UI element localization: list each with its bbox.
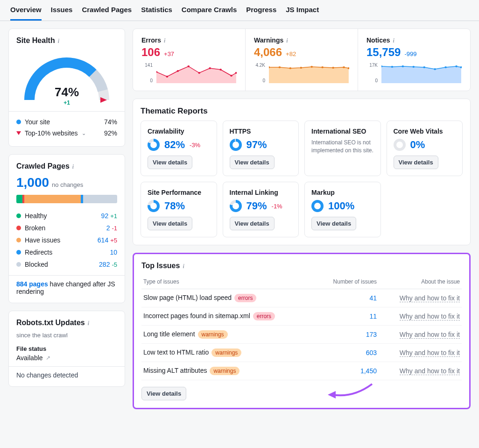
metric-value: 15,759: [366, 46, 401, 59]
stack-segment: [24, 195, 81, 203]
view-details-button[interactable]: View details: [148, 156, 192, 169]
svg-point-16: [310, 66, 313, 68]
tab-js-impact[interactable]: JS Impact: [286, 6, 319, 21]
fix-link[interactable]: Why and how to fix it: [400, 294, 460, 302]
legend-label: Top-10% websites: [25, 129, 78, 137]
robots-subtitle: since the last crawl: [16, 332, 117, 339]
fix-link[interactable]: Why and how to fix it: [400, 349, 460, 357]
tab-issues[interactable]: Issues: [51, 6, 73, 21]
view-details-button[interactable]: View details: [141, 387, 186, 400]
metric-warnings[interactable]: Warningsi 4,066+82 4.2K0: [246, 29, 358, 91]
donut-icon: [394, 139, 406, 151]
svg-point-18: [332, 67, 334, 69]
svg-point-14: [289, 67, 292, 69]
issue-name: Missing ALT attributes: [143, 367, 207, 374]
info-icon[interactable]: i: [72, 164, 78, 169]
issue-badge: errors: [234, 294, 256, 302]
svg-point-13: [279, 66, 281, 68]
crawl-label: Blocked: [25, 261, 48, 268]
svg-marker-31: [328, 391, 336, 398]
issue-name: Incorrect pages found in sitemap.xml: [143, 312, 250, 320]
thematic-title: Thematic Reports: [141, 107, 463, 116]
view-details-button[interactable]: View details: [394, 156, 438, 169]
issue-name: Long title element: [143, 330, 195, 338]
crawl-delta: +1: [110, 213, 117, 220]
external-link-icon[interactable]: ↗: [46, 355, 50, 361]
status-dot-icon: [16, 213, 21, 218]
js-rendering-link[interactable]: 884 pages: [16, 280, 48, 288]
tab-overview[interactable]: Overview: [10, 6, 42, 21]
thematic-reports-card: Thematic Reports Crawlability82%-3%View …: [133, 99, 471, 245]
info-icon[interactable]: i: [88, 320, 93, 326]
crawl-count: 92: [93, 212, 108, 220]
axis-bot: 0: [141, 78, 153, 83]
crawl-label: Have issues: [25, 236, 60, 244]
robots-title: Robots.txt Updates: [16, 319, 85, 327]
metric-title: Warnings: [254, 36, 283, 44]
view-details-button[interactable]: View details: [230, 156, 275, 169]
fix-link[interactable]: Why and how to fix it: [400, 313, 460, 320]
tab-statistics[interactable]: Statistics: [141, 6, 172, 21]
info-icon[interactable]: i: [164, 37, 169, 43]
axis-top: 4.2K: [254, 63, 265, 68]
info-icon[interactable]: i: [58, 38, 63, 43]
thematic-card: Crawlability82%-3%View details: [141, 121, 217, 176]
view-details-button[interactable]: View details: [148, 217, 192, 230]
status-dot-icon: [16, 226, 21, 230]
issue-row[interactable]: Long title elementwarnings173Why and how…: [141, 326, 462, 344]
crawl-row[interactable]: Broken2-1: [16, 222, 117, 234]
svg-point-6: [198, 72, 200, 74]
crawl-label: Broken: [25, 224, 45, 232]
metric-title: Notices: [366, 36, 390, 44]
issue-row[interactable]: Missing ALT attributeswarnings1,450Why a…: [141, 362, 462, 380]
view-details-button[interactable]: View details: [230, 217, 275, 230]
tab-compare-crawls[interactable]: Compare Crawls: [182, 6, 237, 21]
svg-point-3: [166, 76, 169, 78]
crawl-row[interactable]: Blocked282-5: [16, 258, 117, 270]
issue-row[interactable]: Incorrect pages found in sitemap.xmlerro…: [141, 307, 462, 326]
thematic-card: Internal Linking79%-1%View details: [223, 182, 299, 237]
info-icon[interactable]: i: [183, 263, 188, 269]
issue-badge: errors: [253, 312, 275, 320]
donut-icon: [148, 139, 160, 151]
thematic-card-title: Internal Linking: [230, 189, 292, 196]
gauge-percent: 74%: [55, 85, 79, 100]
issue-badge: warnings: [210, 367, 240, 375]
issue-row[interactable]: Low text to HTML ratiowarnings603Why and…: [141, 344, 462, 362]
donut-icon: [311, 200, 324, 212]
tab-crawled-pages[interactable]: Crawled Pages: [82, 6, 132, 21]
metric-title: Errors: [141, 36, 161, 44]
svg-point-19: [343, 66, 345, 68]
crawl-row[interactable]: Healthy92+1: [16, 210, 117, 222]
crawl-row[interactable]: Have issues614+5: [16, 234, 117, 246]
svg-point-29: [455, 65, 458, 67]
crawl-count: 2: [95, 224, 110, 232]
crawl-row[interactable]: Redirects10: [16, 246, 117, 258]
info-icon[interactable]: i: [393, 37, 399, 43]
issue-count: 11: [317, 307, 379, 326]
fix-link[interactable]: Why and how to fix it: [400, 367, 460, 375]
col-type: Type of issues: [141, 275, 317, 289]
tab-progress[interactable]: Progress: [246, 6, 276, 21]
chevron-down-icon[interactable]: ⌄: [82, 130, 86, 136]
svg-marker-1: [156, 66, 236, 83]
issue-badge: warnings: [198, 330, 228, 339]
thematic-pct: 82%: [164, 139, 185, 151]
fix-link[interactable]: Why and how to fix it: [400, 331, 460, 339]
thematic-delta: -3%: [190, 142, 200, 149]
metric-errors[interactable]: Errorsi 106+37 1410: [133, 29, 246, 91]
thematic-pct: 100%: [328, 200, 354, 212]
metric-notices[interactable]: Noticesi 15,759-999 17K0: [358, 29, 470, 91]
view-details-button[interactable]: View details: [311, 217, 356, 230]
annotation-arrow-icon: [325, 382, 377, 400]
metric-value: 4,066: [254, 46, 282, 59]
sparkline-chart: [269, 63, 349, 83]
info-icon[interactable]: i: [286, 37, 292, 43]
top-issues-table: Type of issues Number of issues About th…: [141, 275, 462, 380]
site-health-card: Site Healthi 74% +1 Your site74%Top: [8, 28, 125, 147]
crawl-delta: -5: [112, 261, 117, 268]
thematic-card-title: International SEO: [311, 128, 374, 135]
issue-row[interactable]: Slow page (HTML) load speederrors41Why a…: [141, 289, 462, 307]
metric-delta: -999: [404, 50, 416, 57]
svg-point-27: [434, 68, 436, 70]
